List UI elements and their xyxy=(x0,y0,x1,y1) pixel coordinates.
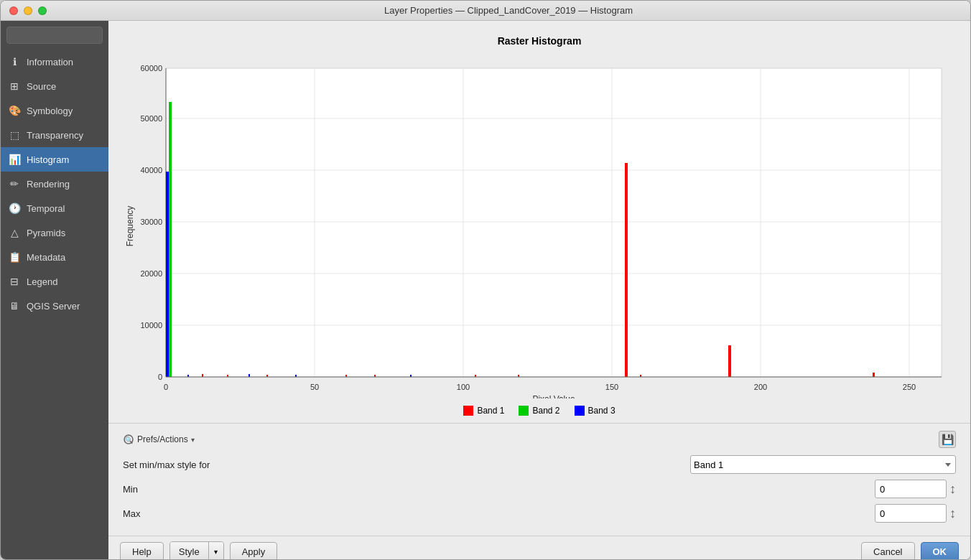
close-button[interactable] xyxy=(9,6,18,15)
svg-text:50: 50 xyxy=(310,383,319,391)
symbology-icon: 🎨 xyxy=(8,104,21,117)
svg-text:10000: 10000 xyxy=(140,321,162,330)
legend-item-band2: Band 2 xyxy=(519,406,559,416)
svg-text:0: 0 xyxy=(158,373,162,381)
save-button[interactable]: 💾 xyxy=(939,431,956,448)
chart-container: 0 10000 20000 30000 40000 50000 60000 0 … xyxy=(123,54,956,398)
sidebar-item-symbology[interactable]: 🎨 Symbology xyxy=(1,98,108,123)
min-input[interactable] xyxy=(875,480,947,498)
chart-area: Raster Histogram xyxy=(108,21,970,398)
style-button-group: Style ▾ xyxy=(169,541,224,560)
svg-text:Frequency: Frequency xyxy=(125,206,135,247)
main-window: Layer Properties — Clipped_LandCover_201… xyxy=(0,0,971,560)
prefs-label[interactable]: Prefs/Actions xyxy=(137,434,188,444)
cancel-button[interactable]: Cancel xyxy=(861,542,914,560)
sidebar-item-label: Metadata xyxy=(27,252,65,263)
legend-area: Band 1 Band 2 Band 3 xyxy=(108,398,970,423)
max-input[interactable] xyxy=(875,504,947,523)
sidebar-item-label: Information xyxy=(27,57,73,67)
sidebar: ℹ Information ⊞ Source 🎨 Symbology ⬚ Tra… xyxy=(1,21,108,559)
rendering-icon: ✏ xyxy=(8,177,21,190)
svg-text:250: 250 xyxy=(903,383,916,391)
sidebar-item-transparency[interactable]: ⬚ Transparency xyxy=(1,123,108,147)
qgis-server-icon: 🖥 xyxy=(8,299,21,312)
apply-button[interactable]: Apply xyxy=(230,542,278,560)
sidebar-item-temporal[interactable]: 🕐 Temporal xyxy=(1,196,108,220)
band1-color xyxy=(463,406,473,416)
svg-rect-32 xyxy=(625,163,628,377)
svg-text:30000: 30000 xyxy=(140,218,162,226)
legend-item-band1: Band 1 xyxy=(463,406,504,416)
information-icon: ℹ xyxy=(8,55,21,68)
legend-label-band3: Band 3 xyxy=(588,406,615,416)
band3-color xyxy=(575,406,585,416)
sidebar-item-histogram[interactable]: 📊 Histogram xyxy=(1,147,108,172)
legend-icon: ⊟ xyxy=(8,275,21,288)
svg-text:20000: 20000 xyxy=(140,269,162,278)
maximize-button[interactable] xyxy=(38,6,47,15)
prefs-row: 🔍 Prefs/Actions ▾ 💾 xyxy=(123,431,956,448)
chart-title: Raster Histogram xyxy=(123,35,956,47)
max-row: Max ↕ xyxy=(123,504,956,523)
temporal-icon: 🕐 xyxy=(8,202,21,215)
svg-text:40000: 40000 xyxy=(140,166,162,174)
sidebar-item-label: QGIS Server xyxy=(27,301,80,312)
style-button[interactable]: Style xyxy=(170,542,209,560)
source-icon: ⊞ xyxy=(8,80,21,93)
main-content: ℹ Information ⊞ Source 🎨 Symbology ⬚ Tra… xyxy=(1,21,970,559)
histogram-icon: 📊 xyxy=(8,153,21,166)
sidebar-item-label: Histogram xyxy=(27,154,69,165)
svg-rect-33 xyxy=(728,345,731,377)
window-controls xyxy=(9,6,47,15)
svg-text:200: 200 xyxy=(754,383,767,391)
pyramids-icon: △ xyxy=(8,226,21,239)
svg-rect-38 xyxy=(248,374,250,377)
band-select-area: Band 1 Band 2 Band 3 xyxy=(690,455,956,474)
sidebar-item-qgis-server[interactable]: 🖥 QGIS Server xyxy=(1,294,108,318)
legend-item-band3: Band 3 xyxy=(575,406,615,416)
sidebar-item-rendering[interactable]: ✏ Rendering xyxy=(1,172,108,196)
bottom-controls: 🔍 Prefs/Actions ▾ 💾 Set min/max style fo… xyxy=(108,423,970,536)
sidebar-item-legend[interactable]: ⊟ Legend xyxy=(1,269,108,294)
svg-text:Pixel Value: Pixel Value xyxy=(532,394,575,398)
ok-button[interactable]: OK xyxy=(921,542,960,560)
sidebar-item-label: Symbology xyxy=(27,106,73,116)
svg-text:0: 0 xyxy=(164,383,168,391)
svg-rect-34 xyxy=(873,373,875,377)
search-box xyxy=(1,21,108,50)
sidebar-item-label: Pyramids xyxy=(27,228,65,238)
set-minmax-label: Set min/max style for xyxy=(123,459,281,470)
sidebar-item-source[interactable]: ⊞ Source xyxy=(1,74,108,98)
svg-text:100: 100 xyxy=(457,383,470,391)
prefs-dropdown-arrow[interactable]: ▾ xyxy=(191,436,195,444)
footer: Help Style ▾ Apply Cancel OK xyxy=(108,536,970,559)
svg-rect-36 xyxy=(202,374,203,377)
max-input-area: ↕ xyxy=(875,504,956,523)
max-label: Max xyxy=(123,508,180,519)
min-input-area: ↕ xyxy=(875,480,956,498)
min-label: Min xyxy=(123,484,180,495)
sidebar-item-label: Legend xyxy=(27,276,57,287)
svg-rect-31 xyxy=(169,102,172,377)
set-minmax-row: Set min/max style for Band 1 Band 2 Band… xyxy=(123,455,956,474)
search-input[interactable] xyxy=(6,27,103,44)
right-panel: Raster Histogram xyxy=(108,21,970,559)
max-cursor-icon: ↕ xyxy=(949,506,956,521)
style-dropdown-button[interactable]: ▾ xyxy=(209,542,223,560)
sidebar-item-label: Temporal xyxy=(27,203,65,214)
legend-label-band1: Band 1 xyxy=(477,406,504,416)
svg-text:150: 150 xyxy=(605,383,618,391)
prefs-icon: 🔍 xyxy=(123,434,134,445)
minimize-button[interactable] xyxy=(24,6,32,15)
svg-rect-30 xyxy=(166,172,169,377)
sidebar-item-label: Transparency xyxy=(27,130,83,141)
sidebar-item-information[interactable]: ℹ Information xyxy=(1,50,108,74)
band-select[interactable]: Band 1 Band 2 Band 3 xyxy=(690,455,956,474)
sidebar-item-label: Source xyxy=(27,81,56,92)
legend-label-band2: Band 2 xyxy=(532,406,559,416)
transparency-icon: ⬚ xyxy=(8,129,21,141)
sidebar-item-metadata[interactable]: 📋 Metadata xyxy=(1,245,108,269)
sidebar-item-pyramids[interactable]: △ Pyramids xyxy=(1,220,108,245)
help-button[interactable]: Help xyxy=(120,542,164,560)
sidebar-item-label: Rendering xyxy=(27,179,70,190)
